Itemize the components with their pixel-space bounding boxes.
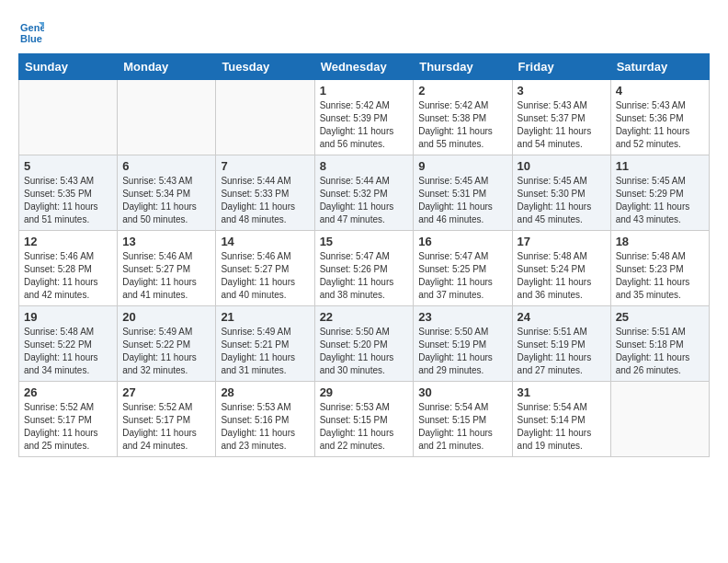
- calendar-cell: 10Sunrise: 5:45 AMSunset: 5:30 PMDayligh…: [512, 155, 610, 231]
- day-number: 14: [221, 235, 309, 248]
- weekday-header-monday: Monday: [118, 54, 216, 80]
- calendar-cell: 16Sunrise: 5:47 AMSunset: 5:25 PMDayligh…: [414, 231, 512, 306]
- calendar-cell: 1Sunrise: 5:42 AMSunset: 5:39 PMDaylight…: [314, 80, 414, 155]
- weekday-header-friday: Friday: [512, 54, 610, 80]
- calendar-cell: 13Sunrise: 5:46 AMSunset: 5:27 PMDayligh…: [118, 231, 216, 306]
- weekday-header-thursday: Thursday: [414, 54, 512, 80]
- day-number: 30: [418, 385, 506, 399]
- calendar-cell: [610, 382, 709, 457]
- calendar-cell: 26Sunrise: 5:52 AMSunset: 5:17 PMDayligh…: [19, 382, 118, 457]
- calendar-cell: 9Sunrise: 5:45 AMSunset: 5:31 PMDaylight…: [414, 155, 512, 231]
- day-number: 5: [24, 159, 112, 173]
- day-detail: Sunrise: 5:42 AMSunset: 5:39 PMDaylight:…: [320, 99, 409, 151]
- calendar-cell: 7Sunrise: 5:44 AMSunset: 5:33 PMDaylight…: [216, 155, 314, 231]
- day-number: 31: [518, 385, 606, 399]
- day-detail: Sunrise: 5:53 AMSunset: 5:16 PMDaylight:…: [221, 401, 309, 453]
- calendar-cell: 27Sunrise: 5:52 AMSunset: 5:17 PMDayligh…: [118, 382, 216, 457]
- calendar-cell: 20Sunrise: 5:49 AMSunset: 5:22 PMDayligh…: [118, 306, 216, 382]
- calendar-cell: 3Sunrise: 5:43 AMSunset: 5:37 PMDaylight…: [512, 80, 610, 155]
- day-detail: Sunrise: 5:45 AMSunset: 5:29 PMDaylight:…: [616, 175, 704, 226]
- calendar-cell: [19, 80, 118, 155]
- day-detail: Sunrise: 5:48 AMSunset: 5:24 PMDaylight:…: [518, 250, 606, 302]
- logo: General Blue: [18, 18, 50, 44]
- calendar-row: 19Sunrise: 5:48 AMSunset: 5:22 PMDayligh…: [19, 306, 710, 382]
- weekday-header-tuesday: Tuesday: [216, 54, 314, 80]
- day-number: 3: [518, 84, 606, 98]
- calendar-cell: 17Sunrise: 5:48 AMSunset: 5:24 PMDayligh…: [512, 231, 610, 306]
- day-detail: Sunrise: 5:54 AMSunset: 5:14 PMDaylight:…: [518, 401, 606, 453]
- day-detail: Sunrise: 5:53 AMSunset: 5:15 PMDaylight:…: [320, 401, 409, 453]
- day-number: 7: [221, 159, 309, 173]
- day-number: 22: [320, 310, 409, 324]
- day-number: 6: [122, 159, 210, 173]
- svg-text:Blue: Blue: [20, 33, 42, 44]
- day-detail: Sunrise: 5:50 AMSunset: 5:19 PMDaylight:…: [418, 326, 506, 377]
- day-detail: Sunrise: 5:46 AMSunset: 5:27 PMDaylight:…: [122, 250, 210, 302]
- day-number: 26: [24, 385, 112, 399]
- logo-icon: General Blue: [18, 18, 44, 44]
- day-number: 9: [418, 159, 506, 173]
- calendar-cell: 19Sunrise: 5:48 AMSunset: 5:22 PMDayligh…: [19, 306, 118, 382]
- day-detail: Sunrise: 5:49 AMSunset: 5:21 PMDaylight:…: [221, 326, 309, 377]
- day-detail: Sunrise: 5:52 AMSunset: 5:17 PMDaylight:…: [122, 401, 210, 453]
- day-detail: Sunrise: 5:43 AMSunset: 5:36 PMDaylight:…: [616, 99, 704, 151]
- day-detail: Sunrise: 5:48 AMSunset: 5:22 PMDaylight:…: [24, 326, 112, 377]
- day-number: 28: [221, 385, 309, 399]
- calendar-row: 26Sunrise: 5:52 AMSunset: 5:17 PMDayligh…: [19, 382, 710, 457]
- day-number: 21: [221, 310, 309, 324]
- day-number: 17: [518, 235, 606, 248]
- day-number: 2: [418, 84, 506, 98]
- calendar-row: 1Sunrise: 5:42 AMSunset: 5:39 PMDaylight…: [19, 80, 710, 155]
- day-detail: Sunrise: 5:46 AMSunset: 5:28 PMDaylight:…: [24, 250, 112, 302]
- day-detail: Sunrise: 5:44 AMSunset: 5:32 PMDaylight:…: [320, 175, 409, 226]
- calendar-cell: [118, 80, 216, 155]
- calendar-row: 5Sunrise: 5:43 AMSunset: 5:35 PMDaylight…: [19, 155, 710, 231]
- calendar-row: 12Sunrise: 5:46 AMSunset: 5:28 PMDayligh…: [19, 231, 710, 306]
- calendar-cell: 28Sunrise: 5:53 AMSunset: 5:16 PMDayligh…: [216, 382, 314, 457]
- day-number: 1: [320, 84, 409, 98]
- day-number: 20: [122, 310, 210, 324]
- page-header: General Blue: [18, 18, 710, 44]
- weekday-header-saturday: Saturday: [610, 54, 709, 80]
- weekday-header-wednesday: Wednesday: [314, 54, 414, 80]
- day-number: 25: [616, 310, 704, 324]
- day-detail: Sunrise: 5:44 AMSunset: 5:33 PMDaylight:…: [221, 175, 309, 226]
- calendar-cell: 31Sunrise: 5:54 AMSunset: 5:14 PMDayligh…: [512, 382, 610, 457]
- day-detail: Sunrise: 5:43 AMSunset: 5:34 PMDaylight:…: [122, 175, 210, 226]
- calendar-cell: 24Sunrise: 5:51 AMSunset: 5:19 PMDayligh…: [512, 306, 610, 382]
- day-detail: Sunrise: 5:52 AMSunset: 5:17 PMDaylight:…: [24, 401, 112, 453]
- day-number: 29: [320, 385, 409, 399]
- day-detail: Sunrise: 5:42 AMSunset: 5:38 PMDaylight:…: [418, 99, 506, 151]
- calendar-cell: [216, 80, 314, 155]
- calendar-cell: 14Sunrise: 5:46 AMSunset: 5:27 PMDayligh…: [216, 231, 314, 306]
- calendar-cell: 30Sunrise: 5:54 AMSunset: 5:15 PMDayligh…: [414, 382, 512, 457]
- calendar-header-row: SundayMondayTuesdayWednesdayThursdayFrid…: [19, 54, 710, 80]
- day-detail: Sunrise: 5:47 AMSunset: 5:25 PMDaylight:…: [418, 250, 506, 302]
- day-detail: Sunrise: 5:45 AMSunset: 5:30 PMDaylight:…: [518, 175, 606, 226]
- calendar-cell: 6Sunrise: 5:43 AMSunset: 5:34 PMDaylight…: [118, 155, 216, 231]
- day-detail: Sunrise: 5:51 AMSunset: 5:18 PMDaylight:…: [616, 326, 704, 377]
- day-detail: Sunrise: 5:43 AMSunset: 5:37 PMDaylight:…: [518, 99, 606, 151]
- day-number: 15: [320, 235, 409, 248]
- day-detail: Sunrise: 5:49 AMSunset: 5:22 PMDaylight:…: [122, 326, 210, 377]
- calendar-cell: 22Sunrise: 5:50 AMSunset: 5:20 PMDayligh…: [314, 306, 414, 382]
- calendar-cell: 12Sunrise: 5:46 AMSunset: 5:28 PMDayligh…: [19, 231, 118, 306]
- calendar-cell: 29Sunrise: 5:53 AMSunset: 5:15 PMDayligh…: [314, 382, 414, 457]
- calendar-cell: 18Sunrise: 5:48 AMSunset: 5:23 PMDayligh…: [610, 231, 709, 306]
- day-number: 4: [616, 84, 704, 98]
- day-number: 16: [418, 235, 506, 248]
- day-detail: Sunrise: 5:48 AMSunset: 5:23 PMDaylight:…: [616, 250, 704, 302]
- day-number: 19: [24, 310, 112, 324]
- calendar-cell: 25Sunrise: 5:51 AMSunset: 5:18 PMDayligh…: [610, 306, 709, 382]
- day-number: 11: [616, 159, 704, 173]
- weekday-header-sunday: Sunday: [19, 54, 118, 80]
- calendar-cell: 2Sunrise: 5:42 AMSunset: 5:38 PMDaylight…: [414, 80, 512, 155]
- calendar: SundayMondayTuesdayWednesdayThursdayFrid…: [18, 53, 710, 457]
- day-number: 27: [122, 385, 210, 399]
- day-detail: Sunrise: 5:45 AMSunset: 5:31 PMDaylight:…: [418, 175, 506, 226]
- day-number: 24: [518, 310, 606, 324]
- calendar-cell: 4Sunrise: 5:43 AMSunset: 5:36 PMDaylight…: [610, 80, 709, 155]
- calendar-cell: 15Sunrise: 5:47 AMSunset: 5:26 PMDayligh…: [314, 231, 414, 306]
- calendar-cell: 21Sunrise: 5:49 AMSunset: 5:21 PMDayligh…: [216, 306, 314, 382]
- day-detail: Sunrise: 5:47 AMSunset: 5:26 PMDaylight:…: [320, 250, 409, 302]
